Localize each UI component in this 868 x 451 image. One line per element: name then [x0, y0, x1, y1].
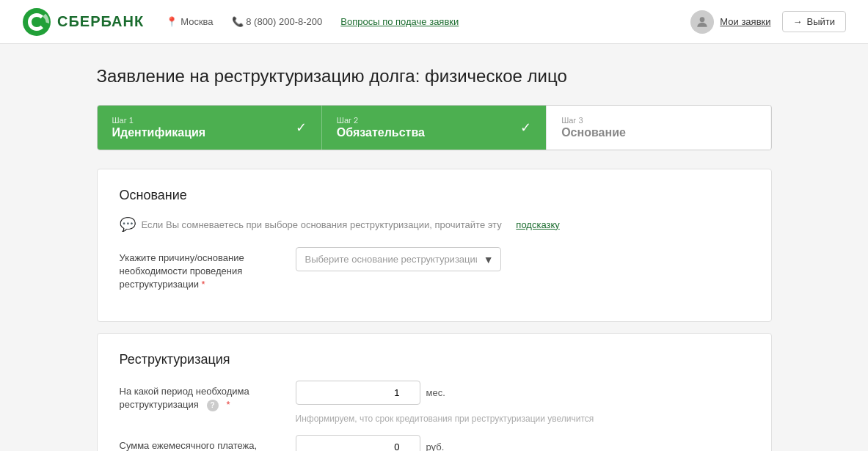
hint-text: Если Вы сомневаетесь при выборе основани…	[142, 219, 502, 230]
sberbank-logo-icon	[22, 7, 51, 37]
location-text: Москва	[180, 16, 213, 27]
restrukturizaciya-card: Реструктуризация На какой период необход…	[97, 333, 772, 451]
osnование-title: Основание	[120, 188, 749, 203]
location-icon: 📍	[166, 16, 178, 27]
logo-text: СБЕРБАНК	[57, 13, 144, 30]
header-nav: 📍 Москва 📞 8 (800) 200-8-200 Вопросы по …	[166, 16, 459, 27]
payment-label: Сумма ежемесячного платежа, которую Вы г…	[120, 435, 281, 451]
step-3[interactable]: Шаг 3 Основание	[546, 106, 770, 150]
user-area: Мои заявки	[690, 10, 770, 34]
faq-link[interactable]: Вопросы по подаче заявки	[340, 16, 459, 27]
chat-icon: 💬	[120, 216, 136, 232]
period-label: На какой период необходима реструктуриза…	[120, 381, 281, 411]
location-info[interactable]: 📍 Москва	[166, 16, 213, 27]
logout-icon: →	[793, 16, 803, 27]
payment-unit: руб.	[426, 441, 445, 451]
step-1[interactable]: Шаг 1 Идентификация ✓	[98, 106, 321, 150]
reason-required: *	[202, 279, 205, 290]
period-unit: мес.	[426, 387, 445, 398]
avatar	[690, 10, 714, 34]
restrukturizaciya-title: Реструктуризация	[120, 352, 749, 367]
period-field-row: На какой период необходима реструктуриза…	[120, 381, 749, 424]
header-right: Мои заявки → Выйти	[690, 10, 846, 34]
reason-field-row: Укажите причину/основание необходимости …	[120, 247, 749, 292]
hint-link[interactable]: подсказку	[516, 219, 559, 230]
phone-icon: 📞	[232, 16, 244, 27]
period-required: *	[226, 399, 230, 410]
logout-button[interactable]: → Выйти	[782, 11, 847, 32]
phone-info: 📞 8 (800) 200-8-200	[232, 16, 323, 27]
steps-container: Шаг 1 Идентификация ✓ Шаг 2 Обязательств…	[97, 105, 772, 150]
my-orders-link[interactable]: Мои заявки	[720, 16, 770, 27]
reason-label: Укажите причину/основание необходимости …	[120, 247, 281, 292]
step-2-check: ✓	[520, 120, 531, 136]
svg-point-1	[700, 17, 705, 22]
reason-control-wrap: Выберите основание реструктуризации... ▼	[296, 247, 749, 271]
page-title: Заявление на реструктуризацию долга: физ…	[97, 66, 772, 87]
payment-input[interactable]	[296, 435, 420, 451]
osnование-card: Основание 💬 Если Вы сомневаетесь при выб…	[97, 169, 772, 322]
period-info-text: Информируем, что срок кредитования при р…	[296, 414, 594, 424]
step-3-number: Шаг 3	[561, 116, 756, 125]
reason-dropdown[interactable]: Выберите основание реструктуризации...	[296, 247, 501, 271]
payment-field-row: Сумма ежемесячного платежа, которую Вы г…	[120, 435, 749, 451]
hint-row: 💬 Если Вы сомневаетесь при выборе основа…	[120, 216, 749, 232]
header: СБЕРБАНК 📍 Москва 📞 8 (800) 200-8-200 Во…	[0, 0, 868, 44]
period-input[interactable]	[296, 381, 420, 405]
step-3-name: Основание	[561, 126, 756, 139]
main-content: Заявление на реструктуризацию долга: физ…	[82, 44, 787, 451]
step-2[interactable]: Шаг 2 Обязательства ✓	[321, 106, 546, 150]
reason-dropdown-wrapper: Выберите основание реструктуризации... ▼	[296, 247, 501, 271]
period-help-icon[interactable]: ?	[207, 400, 219, 411]
header-left: СБЕРБАНК 📍 Москва 📞 8 (800) 200-8-200 Во…	[22, 7, 459, 37]
phone-number: 8 (800) 200-8-200	[246, 16, 322, 27]
logout-label: Выйти	[807, 16, 836, 27]
step-1-name: Идентификация	[112, 126, 307, 139]
payment-control-wrap: руб.	[296, 435, 749, 451]
step-2-number: Шаг 2	[337, 116, 531, 125]
step-1-check: ✓	[296, 120, 307, 136]
logo: СБЕРБАНК	[22, 7, 144, 37]
step-2-name: Обязательства	[337, 126, 531, 139]
period-control-wrap: мес. Информируем, что срок кредитования …	[296, 381, 749, 424]
step-1-number: Шаг 1	[112, 116, 307, 125]
